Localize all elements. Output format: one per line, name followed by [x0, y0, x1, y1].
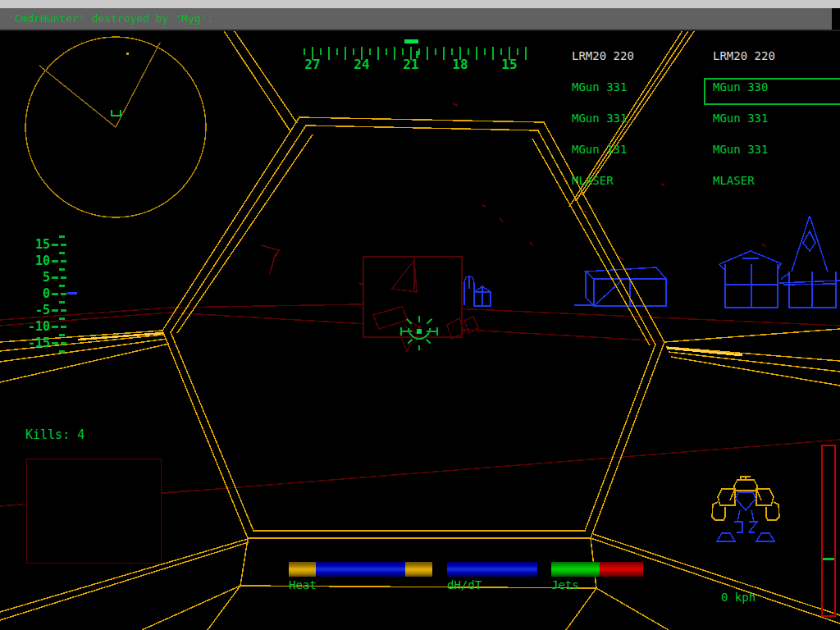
- pitch-ladder-ticks: [52, 236, 77, 351]
- compass-label: 15: [501, 57, 517, 72]
- throttle-tick: [823, 558, 834, 560]
- weapon-slot-right-3[interactable]: MGun 331: [713, 112, 768, 125]
- killfeed-message: 'CmdrHunter' destroyed by 'Myg'.: [8, 12, 213, 25]
- weapon-slot-left-3[interactable]: MGun 331: [572, 112, 627, 125]
- kill-list-box: [26, 459, 162, 564]
- compass-heading-marker: [404, 39, 418, 43]
- weapon-slot-right-4[interactable]: MGun 331: [713, 144, 768, 156]
- compass-label: 24: [354, 57, 369, 72]
- heat-gauge-label: Heat: [289, 578, 317, 591]
- targeting-reticle: [401, 316, 437, 350]
- compass-label: 18: [452, 57, 468, 72]
- dhdt-gauge-segment: [447, 562, 537, 577]
- sky-debris: [261, 93, 765, 285]
- radar-player-marker: [112, 110, 121, 116]
- radar-ring: [25, 37, 206, 217]
- pitch-label: 15: [35, 237, 50, 252]
- buildings: [464, 216, 840, 308]
- weapon-slot-right-5[interactable]: MLASER: [713, 175, 755, 187]
- weapon-slot-left-1[interactable]: LRM20 220: [572, 50, 634, 62]
- dhdt-gauge-bar: [447, 562, 537, 577]
- dhdt-gauge-label: dH/dT: [447, 578, 482, 591]
- weapon-slot-right-2[interactable]: MGun 330: [713, 81, 768, 94]
- weapon-slot-right-1[interactable]: LRM20 220: [713, 50, 775, 62]
- pitch-label: -15: [28, 336, 50, 350]
- throttle-gauge: [821, 445, 836, 617]
- jets-gauge-segment: [551, 562, 600, 577]
- pitch-label: 10: [35, 253, 50, 268]
- jets-gauge-label: Jets: [551, 578, 579, 591]
- compass-ticks: [304, 39, 526, 60]
- compass-labels: 27 24 21 18 15: [304, 57, 517, 72]
- titlebar-strip: [0, 0, 840, 8]
- radar-sweep-lines: [39, 43, 160, 127]
- heat-gauge-segment: [405, 562, 432, 577]
- kills-counter: Kills: 4: [25, 427, 84, 442]
- radar: [25, 37, 206, 217]
- pitch-label: -10: [28, 319, 50, 334]
- jets-gauge-segment: [600, 562, 643, 577]
- wreck-debris: [373, 260, 478, 351]
- jets-gauge-bar: [551, 562, 643, 577]
- pitch-label: 5: [43, 270, 50, 285]
- pitch-label: -5: [35, 303, 50, 317]
- speed-readout: 0 kph: [721, 591, 756, 604]
- weapon-slot-left-2[interactable]: MGun 331: [572, 81, 627, 94]
- heat-gauge-segment: [316, 562, 405, 577]
- compass-label: 21: [403, 57, 418, 72]
- heat-gauge-bar: [289, 562, 432, 577]
- mech-status-figure: [712, 477, 779, 541]
- heat-gauge-segment: [289, 562, 316, 577]
- weapon-slot-left-5[interactable]: MLASER: [572, 175, 614, 187]
- message-bar-edge: [0, 30, 840, 31]
- target-box: [363, 257, 462, 337]
- weapon-slot-left-4[interactable]: MGun 131: [572, 144, 627, 156]
- radar-contact-dot: [126, 52, 129, 55]
- compass-label: 27: [304, 57, 320, 72]
- game-screen[interactable]: 27 24 21 18 15 15 10 5 0 -5 -10 -15: [0, 0, 840, 630]
- pitch-label: 0: [43, 286, 50, 301]
- pitch-ladder-labels: 15 10 5 0 -5 -10 -15: [28, 237, 50, 350]
